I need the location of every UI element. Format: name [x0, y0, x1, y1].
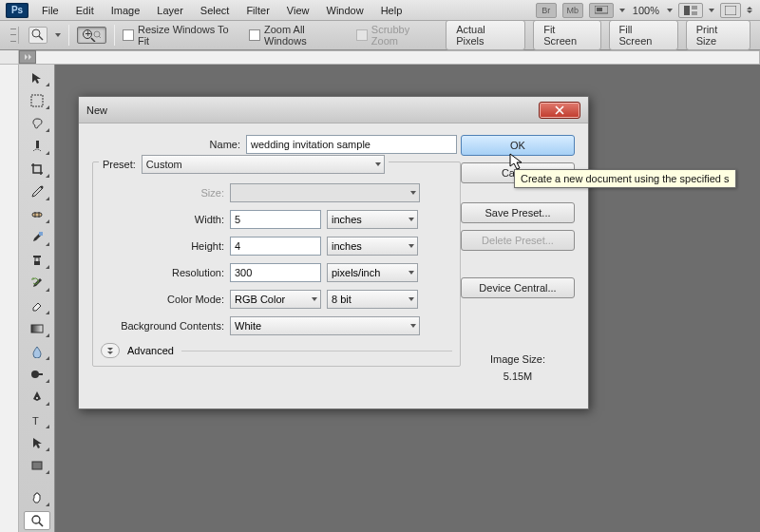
height-unit-combo[interactable]: inches [327, 237, 418, 256]
clone-stamp-tool[interactable] [24, 251, 50, 270]
hand-tool[interactable] [24, 488, 50, 507]
preset-combo[interactable]: Custom [142, 155, 385, 174]
bridge-launch-button[interactable]: Br [536, 3, 557, 18]
toolbox-collapse[interactable] [19, 50, 36, 64]
preset-fieldset: Preset: Custom Size: Width: inches Heigh… [92, 162, 461, 367]
zoom-in-icon: + [82, 28, 101, 42]
resize-windows-checkbox[interactable]: Resize Windows To Fit [123, 24, 241, 47]
resolution-label: Resolution: [101, 267, 224, 278]
rectangle-tool[interactable] [24, 456, 50, 475]
vertical-ruler[interactable] [0, 65, 19, 532]
lasso-tool[interactable] [24, 114, 50, 133]
height-field[interactable] [230, 237, 321, 256]
tool-preset-button[interactable] [28, 27, 48, 44]
zoom-tool[interactable] [24, 511, 50, 530]
history-brush-tool[interactable] [24, 274, 50, 293]
svg-line-29 [39, 522, 43, 526]
arrange-docs-button[interactable] [678, 3, 703, 18]
save-preset-button[interactable]: Save Preset... [461, 202, 575, 223]
dodge-tool[interactable] [24, 365, 50, 384]
close-icon [555, 105, 564, 115]
marquee-tool[interactable] [24, 91, 50, 110]
svg-rect-21 [33, 256, 41, 257]
scrubby-zoom-label: Scrubby Zoom [371, 24, 438, 47]
path-selection-tool[interactable] [24, 433, 50, 452]
dialog-title: New [86, 104, 107, 116]
crop-tool[interactable] [24, 160, 50, 179]
menu-window[interactable]: Window [319, 2, 371, 19]
tooltip: Create a new document using the specifie… [514, 169, 736, 188]
zoom-icon [31, 28, 45, 42]
preset-value: Custom [146, 159, 182, 170]
screenmode-icon [595, 6, 608, 15]
brush-tool[interactable] [24, 228, 50, 247]
type-tool[interactable]: T [24, 410, 50, 429]
healing-tool[interactable] [24, 205, 50, 224]
svg-rect-3 [692, 6, 697, 10]
menu-file[interactable]: File [34, 2, 66, 19]
blur-tool[interactable] [24, 342, 50, 361]
menu-help[interactable]: Help [373, 2, 410, 19]
zoom-level[interactable]: 100% [633, 5, 659, 16]
name-field[interactable] [246, 135, 457, 154]
horizontal-ruler[interactable] [19, 50, 760, 65]
separator [114, 25, 115, 46]
caret-down-icon [408, 271, 414, 275]
fill-screen-button[interactable]: Fill Screen [609, 20, 678, 50]
width-unit-combo[interactable]: inches [327, 210, 418, 229]
menu-select[interactable]: Select [193, 2, 238, 19]
caret-down-icon [408, 218, 414, 221]
ruler-origin[interactable] [0, 50, 19, 65]
menu-layer[interactable]: Layer [149, 2, 191, 19]
menu-edit[interactable]: Edit [68, 2, 102, 19]
menu-filter[interactable]: Filter [238, 2, 276, 19]
menu-image[interactable]: Image [104, 2, 148, 19]
menubar: Ps File Edit Image Layer Select Filter V… [0, 0, 760, 21]
eyedropper-tool[interactable] [24, 182, 50, 201]
zoom-all-checkbox[interactable]: Zoom All Windows [249, 24, 349, 47]
caret-down-icon [55, 33, 61, 37]
colormode-value: RGB Color [235, 294, 285, 305]
svg-rect-20 [34, 261, 40, 265]
ok-button[interactable]: OK [461, 135, 575, 156]
bgcontents-value: White [235, 320, 261, 332]
svg-line-7 [39, 36, 43, 40]
device-central-button[interactable]: Device Central... [461, 277, 575, 298]
resolution-unit-combo[interactable]: pixels/inch [327, 263, 418, 282]
print-size-button[interactable]: Print Size [686, 20, 750, 50]
bgcontents-combo[interactable]: White [230, 316, 420, 335]
colormode-label: Color Mode: [101, 294, 224, 305]
gripper[interactable] [10, 27, 19, 44]
workspace-switcher[interactable] [720, 3, 741, 18]
screenmode-button[interactable] [589, 3, 614, 18]
move-tool[interactable] [24, 68, 50, 87]
caret-down-icon [312, 297, 317, 301]
delete-preset-button: Delete Preset... [461, 230, 575, 251]
zoom-in-mode-button[interactable]: + [77, 27, 107, 44]
quick-select-tool[interactable] [24, 137, 50, 156]
width-field[interactable] [230, 210, 321, 229]
close-button[interactable] [539, 102, 580, 119]
advanced-toggle[interactable] [101, 343, 120, 358]
dialog-titlebar[interactable]: New [79, 97, 588, 124]
width-label: Width: [101, 214, 224, 225]
menu-view[interactable]: View [279, 2, 317, 19]
dialog-body: Name: Preset: Custom Size: Width: inches… [79, 124, 588, 408]
actual-pixels-button[interactable]: Actual Pixels [446, 20, 525, 50]
gradient-tool[interactable] [24, 319, 50, 338]
bitdepth-combo[interactable]: 8 bit [327, 290, 418, 309]
svg-rect-19 [39, 232, 43, 236]
caret-down-icon [408, 297, 414, 301]
minibridge-button[interactable]: Mb [562, 3, 583, 18]
caret-down-icon [410, 324, 416, 328]
eraser-tool[interactable] [24, 296, 50, 315]
scrubby-zoom-checkbox: Scrubby Zoom [356, 24, 438, 47]
workspace-icon [725, 6, 736, 15]
size-combo [230, 183, 420, 202]
name-label: Name: [92, 139, 240, 150]
fit-screen-button[interactable]: Fit Screen [533, 20, 600, 50]
svg-text:+: + [86, 28, 91, 39]
colormode-combo[interactable]: RGB Color [230, 290, 321, 309]
resolution-field[interactable] [230, 263, 321, 282]
pen-tool[interactable] [24, 388, 50, 407]
